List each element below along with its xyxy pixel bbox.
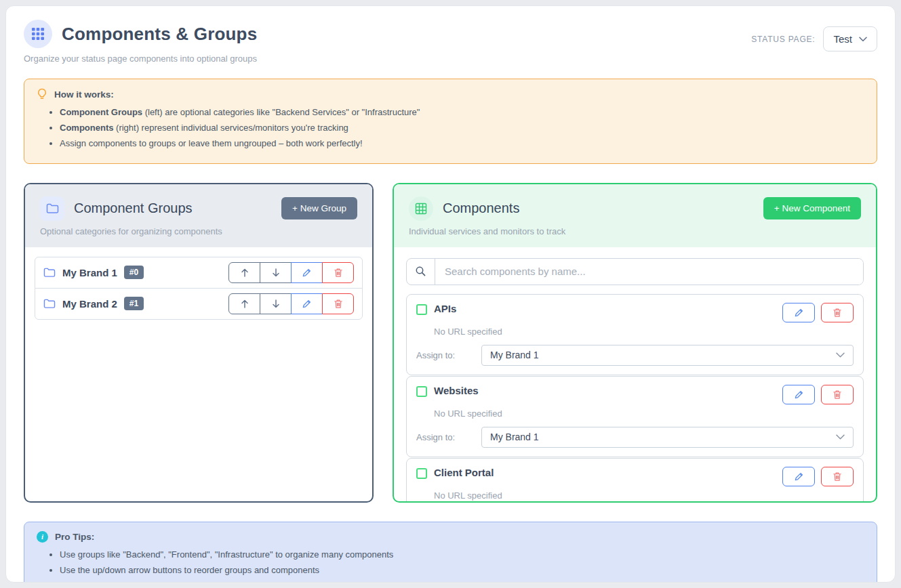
component-card: APIs No URL specified Ass <box>406 294 864 375</box>
move-down-button[interactable] <box>260 293 292 314</box>
assign-group-select[interactable]: My Brand 1 <box>481 345 854 366</box>
assign-group-select[interactable]: My Brand 1 <box>481 427 854 448</box>
component-url-status: No URL specified <box>434 327 854 337</box>
pro-tip-bullet: Use groups like "Backend", "Frontend", "… <box>60 549 864 561</box>
pro-tips-title: Pro Tips: <box>55 532 94 542</box>
arrow-down-icon <box>271 268 281 278</box>
group-row-actions <box>228 293 354 314</box>
arrow-up-icon <box>240 299 249 309</box>
delete-group-button[interactable] <box>322 293 354 314</box>
edit-group-button[interactable] <box>291 262 323 283</box>
pro-tip-bullet: Components without a group will appear i… <box>60 580 864 583</box>
pro-tip-bullet: Use the up/down arrow buttons to reorder… <box>60 564 864 576</box>
status-page-select[interactable]: Test <box>823 26 877 51</box>
new-group-button[interactable]: + New Group <box>281 197 357 219</box>
assign-to-label: Assign to: <box>416 350 481 360</box>
panels-row: Component Groups + New Group Optional ca… <box>24 183 877 503</box>
component-name: Websites <box>434 385 479 396</box>
arrow-down-icon <box>271 299 281 309</box>
groups-panel-subtitle: Optional categories for organizing compo… <box>40 226 357 236</box>
how-it-works-bullet: Components (right) represent individual … <box>60 122 864 134</box>
how-it-works-title: How it works: <box>54 89 114 100</box>
component-checkbox[interactable] <box>416 386 427 397</box>
trash-icon <box>334 268 343 278</box>
how-it-works-list: Component Groups (left) are optional cat… <box>60 106 864 150</box>
delete-component-button[interactable] <box>821 303 854 322</box>
move-down-button[interactable] <box>260 262 292 283</box>
pro-tips-list: Use groups like "Backend", "Frontend", "… <box>60 549 864 583</box>
component-checkbox[interactable] <box>416 304 427 315</box>
page-title: Components & Groups <box>62 24 257 45</box>
component-url-status: No URL specified <box>434 490 854 501</box>
component-list: APIs No URL specified Ass <box>406 294 864 501</box>
pencil-icon <box>302 299 312 309</box>
search-icon <box>407 259 435 285</box>
component-actions <box>782 385 854 404</box>
group-row-actions <box>228 262 354 283</box>
pencil-icon <box>794 471 804 482</box>
components-groups-page: Components & Groups Organize your status… <box>5 5 896 583</box>
group-name: My Brand 2 <box>62 298 117 310</box>
components-panel: Components + New Component Individual se… <box>393 183 877 503</box>
components-panel-title: Components <box>443 201 763 216</box>
edit-group-button[interactable] <box>291 293 323 314</box>
move-up-button[interactable] <box>228 293 260 314</box>
components-body: APIs No URL specified Ass <box>394 247 876 501</box>
pencil-icon <box>794 390 804 400</box>
component-search <box>406 258 864 285</box>
chevron-down-icon <box>836 352 845 358</box>
table-grid-icon <box>409 196 433 221</box>
groups-panel-header: Component Groups + New Group Optional ca… <box>25 184 372 247</box>
group-list: My Brand 1 #0 <box>25 247 372 329</box>
component-card: Client Portal No URL specified <box>406 458 864 501</box>
edit-component-button[interactable] <box>782 467 815 486</box>
component-name: APIs <box>434 303 456 314</box>
assign-to-label: Assign to: <box>416 432 481 442</box>
component-actions <box>782 467 854 486</box>
folder-icon <box>40 196 64 221</box>
group-order-badge: #0 <box>124 266 144 279</box>
component-groups-panel: Component Groups + New Group Optional ca… <box>24 183 374 503</box>
delete-component-button[interactable] <box>821 385 854 404</box>
info-icon: i <box>37 531 48 543</box>
group-order-badge: #1 <box>124 297 144 310</box>
move-up-button[interactable] <box>228 262 260 283</box>
chevron-down-icon <box>859 37 867 42</box>
components-panel-header: Components + New Component Individual se… <box>394 184 876 247</box>
folder-icon <box>43 267 56 278</box>
how-it-works-box: How it works: Component Groups (left) ar… <box>24 79 877 164</box>
delete-group-button[interactable] <box>322 262 354 283</box>
edit-component-button[interactable] <box>782 385 815 404</box>
component-card: Websites No URL specified <box>406 376 864 457</box>
assign-group-value: My Brand 1 <box>490 350 539 360</box>
pencil-icon <box>302 268 312 278</box>
component-checkbox[interactable] <box>416 468 427 479</box>
folder-icon <box>43 298 56 309</box>
trash-icon <box>833 471 842 482</box>
page-header: Components & Groups Organize your status… <box>24 20 877 64</box>
how-it-works-bullet: Assign components to groups or leave the… <box>60 138 864 150</box>
how-it-works-bullet: Component Groups (left) are optional cat… <box>60 106 864 119</box>
edit-component-button[interactable] <box>782 303 815 322</box>
group-row: My Brand 1 #0 <box>35 257 363 289</box>
group-row: My Brand 2 #1 <box>35 288 363 320</box>
delete-component-button[interactable] <box>821 467 854 486</box>
group-name: My Brand 1 <box>62 267 117 278</box>
page-subtitle: Organize your status page components int… <box>24 54 257 64</box>
pencil-icon <box>794 308 804 318</box>
search-input[interactable] <box>435 259 863 285</box>
status-page-value: Test <box>833 33 852 45</box>
groups-panel-title: Component Groups <box>74 201 281 216</box>
pro-tips-box: i Pro Tips: Use groups like "Backend", "… <box>24 522 877 583</box>
chevron-down-icon <box>836 434 845 440</box>
new-component-button[interactable]: + New Component <box>763 197 861 219</box>
components-panel-subtitle: Individual services and monitors to trac… <box>409 226 861 236</box>
component-name: Client Portal <box>434 467 494 478</box>
trash-icon <box>334 299 343 309</box>
lightbulb-icon <box>37 88 47 100</box>
component-actions <box>782 303 854 322</box>
arrow-up-icon <box>240 268 249 278</box>
component-url-status: No URL specified <box>434 408 854 419</box>
grid-dots-icon <box>24 20 52 48</box>
trash-icon <box>833 308 842 318</box>
